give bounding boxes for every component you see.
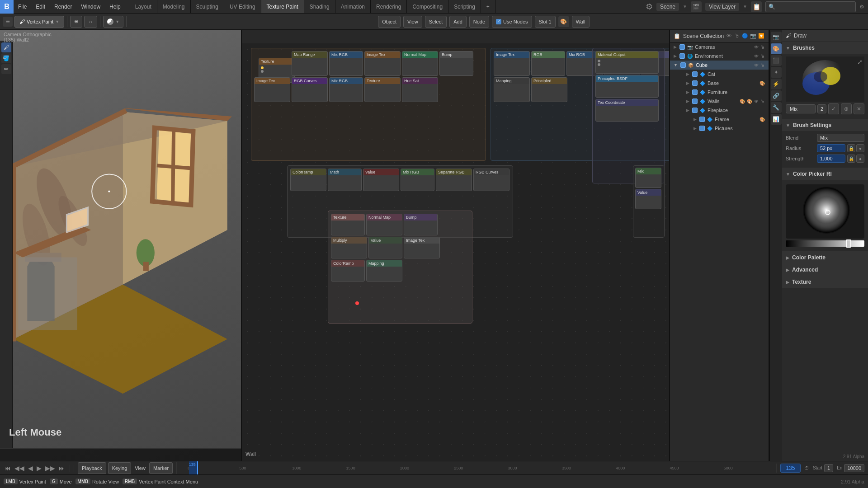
node-far-1[interactable]: Mix [635,168,661,188]
node-block-7[interactable]: Image Tex [254,77,290,102]
outliner-frame[interactable]: ▶ 🔷 Frame 🎨 [670,115,769,124]
tool-fill[interactable]: 🪣 [1,53,11,63]
node-pink-5[interactable]: Value [368,237,402,258]
keying-btn[interactable]: Keying [108,462,132,474]
node-pink-3[interactable]: Bump [404,214,438,235]
strength-lock-btn[interactable]: 🔒 [847,155,855,163]
prop-physics-icon[interactable]: ⚡ [771,79,782,89]
outliner-base[interactable]: ▶ 🔷 Base 🎨 [670,79,769,88]
node-pink-6[interactable]: Image Tex [404,237,440,258]
node-mid-3[interactable]: Value [363,169,399,191]
use-nodes-toggle[interactable]: ✓ Use Nodes [492,16,532,28]
playback-btn[interactable]: Playback [78,462,106,474]
node-pink-1[interactable]: Texture [331,214,365,235]
mode-selector[interactable]: 🖌 Vertex Paint ▼ [14,16,64,28]
toolbar-pivot[interactable]: ⊕ [70,16,82,28]
node-block-2[interactable]: Map Range [292,51,328,76]
outliner-environment[interactable]: ▶ 🌐 Environment 👁 🖱 [670,52,769,61]
node-mid-5[interactable]: Separate RGB [436,169,472,191]
node-pink-4[interactable]: Multiply [331,237,367,258]
node-block-9[interactable]: Mix RGB [329,77,363,102]
step-back-btn[interactable]: ◀◀ [14,465,25,472]
prop-particles-icon[interactable]: ✦ [771,67,782,78]
node-bsdf[interactable]: Principled BSDF [595,75,659,98]
color-palette-header[interactable]: ▶ Color Palette [782,252,868,263]
brush-name-field[interactable]: Mix [786,104,816,113]
menu-help[interactable]: Help [105,0,125,13]
radius-value[interactable]: 52 px [817,144,845,152]
node-far-2[interactable]: Value [635,189,661,209]
node-block-18[interactable]: Principled [531,77,567,102]
jump-start-btn[interactable]: ⏮ [4,465,12,472]
prop-render-icon[interactable]: 📷 [771,32,782,42]
menu-render[interactable]: Render [50,0,76,13]
tab-layout[interactable]: Layout [130,0,157,13]
timeline-scrubber[interactable]: 0 500 1000 1500 2000 2500 3000 3500 4000… [177,461,776,474]
step-forward-small-btn[interactable]: ◀ [27,465,34,472]
node-area[interactable]: Texture Map Range Mix RGB Image Tex [242,43,669,461]
play-btn[interactable]: ▶ [36,465,42,472]
node-tex-coord[interactable]: Tex Coordinate [595,99,659,122]
node-mid-6[interactable]: RGB Curves [473,169,509,191]
walls-checkbox[interactable] [692,99,698,104]
cameras-checkbox[interactable] [679,44,685,50]
brushes-header[interactable]: ▼ Brushes [782,42,868,54]
outliner-fireplace[interactable]: ▶ 🔷 Fireplace [670,106,769,115]
scene-selector[interactable]: Scene [656,3,679,11]
node-node-btn[interactable]: Node [469,16,489,28]
view-btn[interactable]: View [133,465,147,471]
brush-delete-btn[interactable]: ✕ [854,103,864,114]
strength-value[interactable]: 1.000 [817,155,845,163]
menu-window[interactable]: Window [76,0,105,13]
eye-icon[interactable]: 👁 [754,45,759,50]
tab-add[interactable]: + [481,0,495,13]
slot-selector[interactable]: Slot 1 [535,16,556,28]
frame-checkbox[interactable] [699,117,705,122]
tab-uv-editing[interactable]: UV Editing [224,0,261,13]
current-frame[interactable]: 135 [780,464,801,473]
radius-animate-btn[interactable]: ● [856,144,864,152]
brush-check-btn[interactable]: ✓ [828,103,839,114]
prop-constraints-icon[interactable]: 🔗 [771,90,782,101]
menu-file[interactable]: File [14,0,31,13]
end-value[interactable]: 10000 [844,464,864,472]
radius-lock-btn[interactable]: 🔒 [847,144,855,152]
slot-icon[interactable]: 🎨 [558,16,569,27]
color-wheel[interactable] [786,184,864,239]
outliner-cube[interactable]: ▼ 📦 Cube 👁 🖱 [670,61,769,70]
prop-modifier-icon[interactable]: 🔧 [771,102,782,113]
blend-value[interactable]: Mix [817,134,864,142]
color-value-bar[interactable] [786,240,864,247]
strength-animate-btn[interactable]: ● [856,155,864,163]
prop-data-icon[interactable]: 📊 [771,114,782,125]
node-mid-1[interactable]: ColorRamp [290,169,326,191]
env-checkbox[interactable] [679,53,685,59]
node-mid-2[interactable]: Math [328,169,362,191]
menu-edit[interactable]: Edit [31,0,50,13]
node-block-13[interactable]: RGB [531,51,565,76]
tool-mask[interactable]: ✏ [1,64,11,74]
marker-btn[interactable]: Marker [149,462,173,474]
tab-rendering[interactable]: Rendering [371,0,407,13]
tab-texture-paint[interactable]: Texture Paint [261,0,304,13]
outliner-pictures[interactable]: ▶ 🔷 Pictures [670,124,769,133]
node-mid-4[interactable]: Mix RGB [401,169,434,191]
tab-shading[interactable]: Shading [304,0,335,13]
prop-material-icon[interactable]: 🎨 [771,43,782,54]
toolbar-transform[interactable]: ↔ [84,16,97,28]
node-select-btn[interactable]: Select [425,16,447,28]
outliner-cat[interactable]: ▶ 🔷 Cat [670,70,769,79]
outliner-cameras[interactable]: ▶ 📷 Cameras 👁 🖱 [670,42,769,52]
node-block-8[interactable]: RGB Curves [292,77,328,102]
color-picker-header[interactable]: ▼ Color Picker RI [782,168,868,180]
cube-checkbox[interactable] [680,62,686,68]
toolbar-viewport-shading[interactable]: ▼ [103,16,123,28]
node-pink-8[interactable]: Mapping [366,260,402,282]
node-block-12[interactable]: Image Tex [494,51,530,76]
advanced-header[interactable]: ▶ Advanced [782,264,868,276]
fireplace-checkbox[interactable] [692,108,698,113]
tab-scripting[interactable]: Scripting [448,0,481,13]
tab-sculpting[interactable]: Sculpting [191,0,224,13]
material-selector[interactable]: Wall [572,16,590,28]
node-pink-2[interactable]: Normal Map [366,214,402,235]
